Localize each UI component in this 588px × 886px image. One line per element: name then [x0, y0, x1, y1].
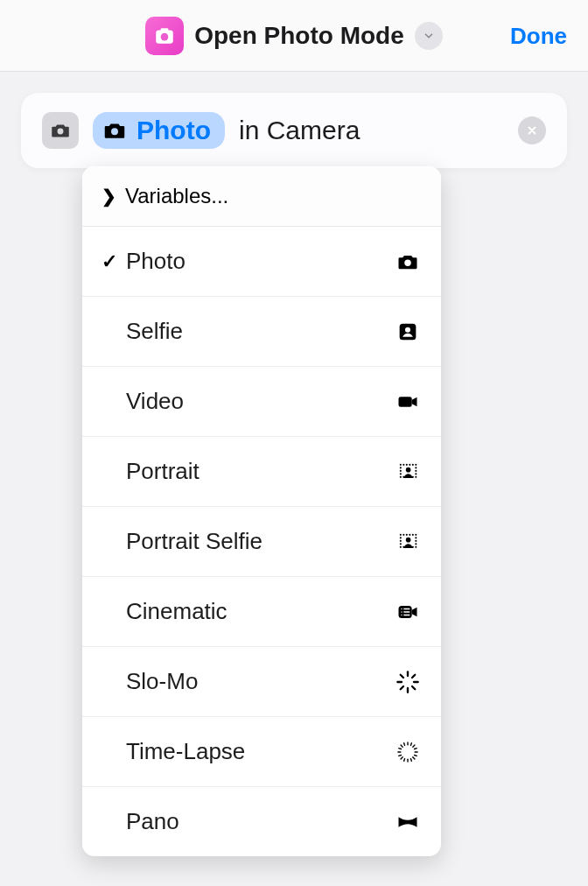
slomo-icon [394, 670, 422, 694]
pano-icon [394, 810, 422, 834]
dropdown-item[interactable]: Selfie [82, 297, 441, 367]
dropdown-item-label: Video [126, 388, 394, 415]
done-button[interactable]: Done [510, 22, 567, 49]
checkmark-icon: ✓ [102, 250, 126, 273]
chevron-right-icon: ❯ [102, 186, 116, 207]
header-title-group[interactable]: Open Photo Mode [145, 17, 443, 55]
camera-icon [394, 250, 422, 274]
mode-token[interactable]: Photo [93, 112, 225, 149]
portrait-icon [394, 460, 422, 484]
dropdown-item[interactable]: ✓Photo [82, 227, 441, 297]
svg-point-1 [161, 32, 169, 40]
action-row[interactable]: Photo in Camera [21, 93, 567, 168]
svg-point-4 [111, 128, 118, 135]
svg-rect-2 [161, 28, 169, 32]
dropdown-item-label: Cinematic [126, 598, 394, 625]
clear-button[interactable] [518, 116, 546, 144]
variables-label: Variables... [125, 184, 228, 208]
camera-icon [102, 117, 128, 144]
dropdown-item-label: Photo [126, 248, 394, 275]
action-suffix-text: in Camera [239, 116, 360, 145]
header-bar: Open Photo Mode Done [0, 0, 588, 72]
close-icon [526, 124, 538, 137]
cinematic-icon [394, 600, 422, 624]
dropdown-item-label: Pano [126, 808, 394, 835]
shortcut-app-icon [145, 17, 184, 55]
timelapse-icon [394, 740, 422, 764]
dropdown-item-label: Selfie [126, 318, 394, 345]
dropdown-item-label: Portrait [126, 458, 394, 485]
dropdown-item-label: Time-Lapse [126, 738, 394, 765]
camera-app-icon [42, 112, 79, 149]
portrait-icon [394, 530, 422, 554]
dropdown-item[interactable]: Slo-Mo [82, 647, 441, 717]
dropdown-item[interactable]: Cinematic [82, 577, 441, 647]
variables-option[interactable]: ❯ Variables... [82, 166, 441, 227]
dropdown-item[interactable]: Portrait Selfie [82, 507, 441, 577]
chevron-down-icon[interactable] [415, 22, 443, 50]
mode-token-label: Photo [136, 116, 211, 145]
selfie-icon [394, 320, 422, 344]
page-title: Open Photo Mode [194, 22, 404, 50]
dropdown-item[interactable]: Pano [82, 787, 441, 856]
dropdown-item-label: Slo-Mo [126, 668, 394, 695]
dropdown-item-label: Portrait Selfie [126, 528, 394, 555]
mode-dropdown: ❯ Variables... ✓PhotoSelfieVideoPortrait… [82, 166, 441, 856]
svg-point-3 [58, 129, 64, 135]
dropdown-item[interactable]: Portrait [82, 437, 441, 507]
video-icon [394, 390, 422, 414]
dropdown-item[interactable]: Time-Lapse [82, 717, 441, 787]
dropdown-item[interactable]: Video [82, 367, 441, 437]
